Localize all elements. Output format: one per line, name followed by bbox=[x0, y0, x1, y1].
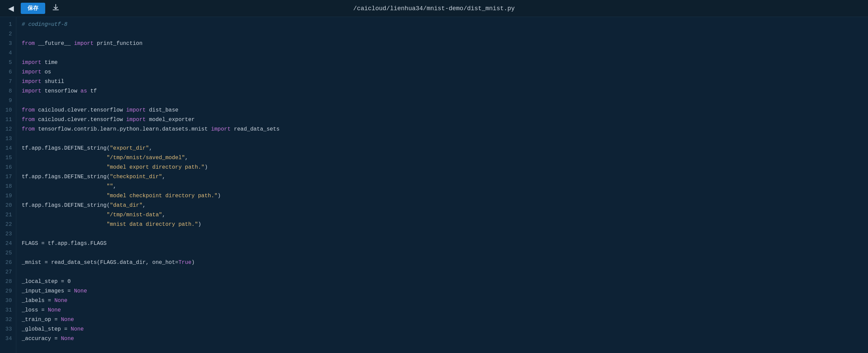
code-line: tf.app.flags.DEFINE_string("data_dir", bbox=[22, 201, 863, 210]
code-line: "/tmp/mnist-data", bbox=[22, 210, 863, 220]
line-number: 9 bbox=[3, 96, 12, 105]
code-line: _local_step = 0 bbox=[22, 277, 863, 286]
line-number: 1 bbox=[3, 20, 12, 29]
line-number: 16 bbox=[3, 163, 12, 172]
line-number: 29 bbox=[3, 286, 12, 296]
code-line: _accuracy = None bbox=[22, 334, 863, 343]
code-line: _train_op = None bbox=[22, 315, 863, 324]
line-number: 32 bbox=[3, 315, 12, 324]
code-line: _input_images = None bbox=[22, 286, 863, 296]
code-editor: 1 2 3 4 5 6 7 8 9 10 11 12 13 14 15 16 1… bbox=[0, 17, 868, 353]
line-number: 7 bbox=[3, 77, 12, 86]
line-number: 31 bbox=[3, 305, 12, 315]
download-button[interactable] bbox=[49, 2, 62, 15]
line-number: 5 bbox=[3, 58, 12, 67]
code-line: tf.app.flags.DEFINE_string("checkpoint_d… bbox=[22, 172, 863, 182]
line-number: 20 bbox=[3, 201, 12, 210]
code-line: from tensorflow.contrib.learn.python.lea… bbox=[22, 124, 863, 134]
code-line: import os bbox=[22, 67, 863, 77]
line-number: 8 bbox=[3, 86, 12, 96]
code-line: _labels = None bbox=[22, 296, 863, 305]
back-button[interactable]: ◀ bbox=[5, 3, 17, 14]
line-number: 12 bbox=[3, 124, 12, 134]
line-number: 2 bbox=[3, 29, 12, 39]
file-path: /caicloud/lienhua34/mnist-demo/dist_mnis… bbox=[353, 5, 515, 12]
code-line bbox=[22, 96, 863, 105]
line-number: 17 bbox=[3, 172, 12, 182]
code-line bbox=[22, 229, 863, 239]
save-button[interactable]: 保存 bbox=[21, 3, 45, 14]
line-number: 10 bbox=[3, 105, 12, 115]
code-line: "", bbox=[22, 182, 863, 191]
code-line bbox=[22, 29, 863, 39]
code-line: _global_step = None bbox=[22, 324, 863, 334]
code-line: FLAGS = tf.app.flags.FLAGS bbox=[22, 239, 863, 248]
line-number: 4 bbox=[3, 48, 12, 58]
line-number: 21 bbox=[3, 210, 12, 220]
line-number: 24 bbox=[3, 239, 12, 248]
line-number: 11 bbox=[3, 115, 12, 124]
code-line: "/tmp/mnist/saved_model", bbox=[22, 153, 863, 163]
line-number: 28 bbox=[3, 277, 12, 286]
line-number: 25 bbox=[3, 248, 12, 258]
line-number: 26 bbox=[3, 258, 12, 267]
code-line: "mnist data directory path.") bbox=[22, 220, 863, 229]
code-line: from caicloud.clever.tensorflow import m… bbox=[22, 115, 863, 124]
line-number: 22 bbox=[3, 220, 12, 229]
line-number: 18 bbox=[3, 182, 12, 191]
code-line: import time bbox=[22, 58, 863, 67]
code-line: import shutil bbox=[22, 77, 863, 86]
code-line bbox=[22, 134, 863, 144]
line-number: 33 bbox=[3, 324, 12, 334]
line-number: 34 bbox=[3, 334, 12, 343]
line-numbers: 1 2 3 4 5 6 7 8 9 10 11 12 13 14 15 16 1… bbox=[0, 17, 16, 353]
code-line bbox=[22, 267, 863, 277]
line-number: 19 bbox=[3, 191, 12, 201]
line-number: 15 bbox=[3, 153, 12, 163]
code-line: from caicloud.clever.tensorflow import d… bbox=[22, 105, 863, 115]
line-number: 3 bbox=[3, 39, 12, 48]
toolbar: ◀ 保存 /caicloud/lienhua34/mnist-demo/dist… bbox=[0, 0, 868, 17]
code-line bbox=[22, 48, 863, 58]
code-line: "model export directory path.") bbox=[22, 163, 863, 172]
code-line: import tensorflow as tf bbox=[22, 86, 863, 96]
line-number: 14 bbox=[3, 144, 12, 153]
code-line: tf.app.flags.DEFINE_string("export_dir", bbox=[22, 144, 863, 153]
line-number: 13 bbox=[3, 134, 12, 144]
code-line: "model checkpoint directory path.") bbox=[22, 191, 863, 201]
line-number: 27 bbox=[3, 267, 12, 277]
code-line bbox=[22, 248, 863, 258]
line-number: 6 bbox=[3, 67, 12, 77]
code-content[interactable]: # coding=utf-8 from __future__ import pr… bbox=[16, 17, 868, 353]
code-line: from __future__ import print_function bbox=[22, 39, 863, 48]
code-line: _mnist = read_data_sets(FLAGS.data_dir, … bbox=[22, 258, 863, 267]
code-line: # coding=utf-8 bbox=[22, 20, 863, 29]
line-number: 23 bbox=[3, 229, 12, 239]
line-number: 30 bbox=[3, 296, 12, 305]
code-line: _loss = None bbox=[22, 305, 863, 315]
